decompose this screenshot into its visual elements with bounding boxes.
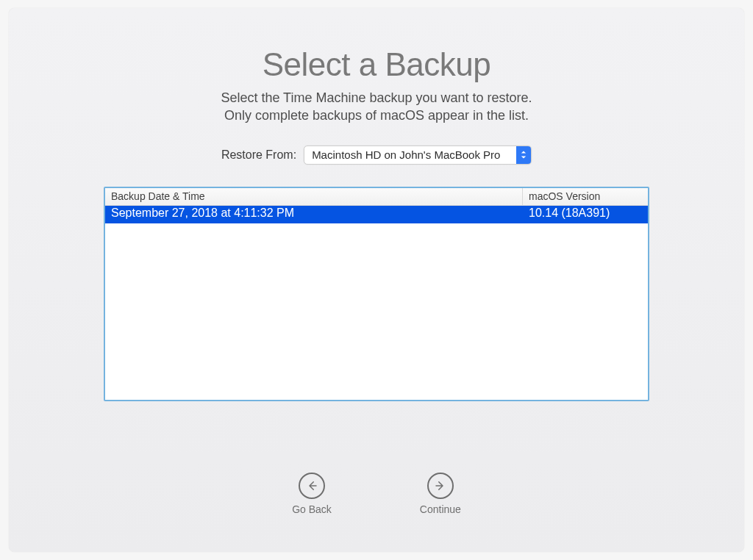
table-body[interactable]: September 27, 2018 at 4:11:32 PM 10.14 (… — [105, 206, 648, 400]
go-back-button[interactable]: Go Back — [292, 473, 332, 515]
dropdown-arrows-icon — [516, 146, 531, 164]
arrow-left-icon — [299, 473, 325, 499]
continue-label: Continue — [420, 503, 461, 515]
restore-from-selected: Macintosh HD on John's MacBook Pro — [312, 148, 522, 161]
subtitle-line-1: Select the Time Machine backup you want … — [221, 90, 532, 105]
arrow-right-icon — [427, 473, 454, 499]
table-row[interactable]: September 27, 2018 at 4:11:32 PM 10.14 (… — [105, 206, 648, 223]
continue-button[interactable]: Continue — [420, 473, 461, 515]
page-subtitle: Select the Time Machine backup you want … — [221, 89, 532, 125]
table-header: Backup Date & Time macOS Version — [105, 188, 648, 206]
restore-from-row: Restore From: Macintosh HD on John's Mac… — [221, 146, 532, 165]
backups-table: Backup Date & Time macOS Version Septemb… — [104, 187, 649, 401]
row-version-cell: 10.14 (18A391) — [523, 206, 648, 223]
subtitle-line-2: Only complete backups of macOS appear in… — [224, 108, 529, 123]
select-backup-window: Select a Backup Select the Time Machine … — [9, 8, 744, 552]
column-header-version[interactable]: macOS Version — [523, 188, 648, 205]
row-date-cell: September 27, 2018 at 4:11:32 PM — [105, 206, 523, 223]
column-header-date[interactable]: Backup Date & Time — [105, 188, 523, 205]
restore-from-dropdown[interactable]: Macintosh HD on John's MacBook Pro — [304, 146, 532, 165]
go-back-label: Go Back — [292, 503, 332, 515]
page-title: Select a Backup — [263, 46, 490, 83]
footer-buttons: Go Back Continue — [292, 473, 461, 523]
restore-from-label: Restore From: — [221, 148, 296, 162]
